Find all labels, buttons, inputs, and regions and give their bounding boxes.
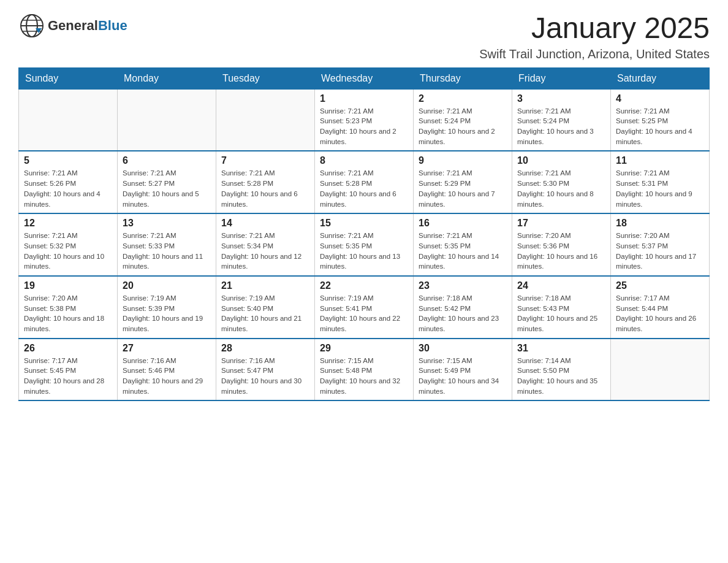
day-number: 25: [616, 280, 704, 291]
calendar-cell: 8Sunrise: 7:21 AMSunset: 5:28 PMDaylight…: [315, 151, 414, 213]
day-number: 4: [616, 93, 704, 104]
calendar-cell: 15Sunrise: 7:21 AMSunset: 5:35 PMDayligh…: [315, 213, 414, 276]
calendar-cell: 10Sunrise: 7:21 AMSunset: 5:30 PMDayligh…: [512, 151, 611, 213]
day-number: 5: [24, 155, 112, 166]
day-number: 3: [517, 93, 605, 104]
weekday-header-monday: Monday: [118, 67, 216, 89]
day-number: 31: [517, 343, 605, 354]
day-number: 13: [123, 218, 211, 229]
calendar-cell: 3Sunrise: 7:21 AMSunset: 5:24 PMDaylight…: [512, 89, 611, 151]
day-number: 16: [419, 218, 507, 229]
day-info: Sunrise: 7:21 AMSunset: 5:24 PMDaylight:…: [517, 106, 605, 147]
day-number: 24: [517, 280, 605, 291]
day-number: 11: [616, 155, 704, 166]
day-number: 29: [320, 343, 408, 354]
weekday-header-tuesday: Tuesday: [216, 67, 315, 89]
month-year-title: January 2025: [479, 12, 710, 45]
calendar-cell: 27Sunrise: 7:16 AMSunset: 5:46 PMDayligh…: [118, 339, 216, 401]
day-info: Sunrise: 7:17 AMSunset: 5:44 PMDaylight:…: [616, 293, 704, 334]
day-info: Sunrise: 7:21 AMSunset: 5:30 PMDaylight:…: [517, 168, 605, 209]
calendar-cell: 22Sunrise: 7:19 AMSunset: 5:41 PMDayligh…: [315, 276, 414, 339]
day-info: Sunrise: 7:21 AMSunset: 5:33 PMDaylight:…: [123, 231, 211, 272]
day-number: 26: [24, 343, 112, 354]
calendar-cell: 12Sunrise: 7:21 AMSunset: 5:32 PMDayligh…: [19, 213, 118, 276]
logo-icon: [18, 12, 45, 39]
day-info: Sunrise: 7:15 AMSunset: 5:48 PMDaylight:…: [320, 356, 408, 397]
day-info: Sunrise: 7:20 AMSunset: 5:38 PMDaylight:…: [24, 293, 112, 334]
day-info: Sunrise: 7:21 AMSunset: 5:35 PMDaylight:…: [419, 231, 507, 272]
day-info: Sunrise: 7:17 AMSunset: 5:45 PMDaylight:…: [24, 356, 112, 397]
day-info: Sunrise: 7:20 AMSunset: 5:36 PMDaylight:…: [517, 231, 605, 272]
day-number: 28: [221, 343, 309, 354]
page-header: GeneralBlue January 2025 Swift Trail Jun…: [18, 12, 710, 61]
day-info: Sunrise: 7:21 AMSunset: 5:34 PMDaylight:…: [221, 231, 309, 272]
calendar-cell: 19Sunrise: 7:20 AMSunset: 5:38 PMDayligh…: [19, 276, 118, 339]
calendar-cell: 9Sunrise: 7:21 AMSunset: 5:29 PMDaylight…: [414, 151, 512, 213]
day-number: 8: [320, 155, 408, 166]
calendar-cell: 13Sunrise: 7:21 AMSunset: 5:33 PMDayligh…: [118, 213, 216, 276]
day-info: Sunrise: 7:21 AMSunset: 5:31 PMDaylight:…: [616, 168, 704, 209]
day-info: Sunrise: 7:21 AMSunset: 5:28 PMDaylight:…: [221, 168, 309, 209]
calendar-cell: 4Sunrise: 7:21 AMSunset: 5:25 PMDaylight…: [611, 89, 710, 151]
weekday-header-row: SundayMondayTuesdayWednesdayThursdayFrid…: [19, 67, 710, 89]
calendar-cell: 21Sunrise: 7:19 AMSunset: 5:40 PMDayligh…: [216, 276, 315, 339]
day-number: 1: [320, 93, 408, 104]
calendar-cell: 11Sunrise: 7:21 AMSunset: 5:31 PMDayligh…: [611, 151, 710, 213]
day-number: 22: [320, 280, 408, 291]
day-info: Sunrise: 7:19 AMSunset: 5:41 PMDaylight:…: [320, 293, 408, 334]
calendar-cell: 14Sunrise: 7:21 AMSunset: 5:34 PMDayligh…: [216, 213, 315, 276]
title-block: January 2025 Swift Trail Junction, Arizo…: [479, 12, 710, 61]
day-number: 30: [419, 343, 507, 354]
day-info: Sunrise: 7:21 AMSunset: 5:25 PMDaylight:…: [616, 106, 704, 147]
calendar-cell: 29Sunrise: 7:15 AMSunset: 5:48 PMDayligh…: [315, 339, 414, 401]
day-number: 6: [123, 155, 211, 166]
day-info: Sunrise: 7:18 AMSunset: 5:43 PMDaylight:…: [517, 293, 605, 334]
day-number: 18: [616, 218, 704, 229]
location-subtitle: Swift Trail Junction, Arizona, United St…: [479, 47, 710, 61]
calendar-cell: 31Sunrise: 7:14 AMSunset: 5:50 PMDayligh…: [512, 339, 611, 401]
calendar-cell: 30Sunrise: 7:15 AMSunset: 5:49 PMDayligh…: [414, 339, 512, 401]
calendar-week-row: 5Sunrise: 7:21 AMSunset: 5:26 PMDaylight…: [19, 151, 710, 213]
logo-blue-text: Blue: [98, 18, 127, 33]
day-info: Sunrise: 7:21 AMSunset: 5:28 PMDaylight:…: [320, 168, 408, 209]
calendar-cell: 7Sunrise: 7:21 AMSunset: 5:28 PMDaylight…: [216, 151, 315, 213]
day-number: 14: [221, 218, 309, 229]
calendar-cell: 28Sunrise: 7:16 AMSunset: 5:47 PMDayligh…: [216, 339, 315, 401]
weekday-header-saturday: Saturday: [611, 67, 710, 89]
calendar-cell: 2Sunrise: 7:21 AMSunset: 5:24 PMDaylight…: [414, 89, 512, 151]
day-info: Sunrise: 7:21 AMSunset: 5:23 PMDaylight:…: [320, 106, 408, 147]
calendar-week-row: 26Sunrise: 7:17 AMSunset: 5:45 PMDayligh…: [19, 339, 710, 401]
day-info: Sunrise: 7:19 AMSunset: 5:39 PMDaylight:…: [123, 293, 211, 334]
day-info: Sunrise: 7:21 AMSunset: 5:32 PMDaylight:…: [24, 231, 112, 272]
day-info: Sunrise: 7:19 AMSunset: 5:40 PMDaylight:…: [221, 293, 309, 334]
weekday-header-wednesday: Wednesday: [315, 67, 414, 89]
day-info: Sunrise: 7:21 AMSunset: 5:29 PMDaylight:…: [419, 168, 507, 209]
calendar-cell: 26Sunrise: 7:17 AMSunset: 5:45 PMDayligh…: [19, 339, 118, 401]
day-info: Sunrise: 7:21 AMSunset: 5:35 PMDaylight:…: [320, 231, 408, 272]
day-info: Sunrise: 7:15 AMSunset: 5:49 PMDaylight:…: [419, 356, 507, 397]
calendar-cell: [611, 339, 710, 401]
day-info: Sunrise: 7:21 AMSunset: 5:24 PMDaylight:…: [419, 106, 507, 147]
day-number: 15: [320, 218, 408, 229]
day-info: Sunrise: 7:18 AMSunset: 5:42 PMDaylight:…: [419, 293, 507, 334]
calendar-week-row: 1Sunrise: 7:21 AMSunset: 5:23 PMDaylight…: [19, 89, 710, 151]
day-number: 23: [419, 280, 507, 291]
calendar-table: SundayMondayTuesdayWednesdayThursdayFrid…: [18, 67, 710, 401]
calendar-week-row: 19Sunrise: 7:20 AMSunset: 5:38 PMDayligh…: [19, 276, 710, 339]
day-info: Sunrise: 7:21 AMSunset: 5:26 PMDaylight:…: [24, 168, 112, 209]
day-info: Sunrise: 7:20 AMSunset: 5:37 PMDaylight:…: [616, 231, 704, 272]
day-number: 20: [123, 280, 211, 291]
day-info: Sunrise: 7:21 AMSunset: 5:27 PMDaylight:…: [123, 168, 211, 209]
day-number: 7: [221, 155, 309, 166]
weekday-header-friday: Friday: [512, 67, 611, 89]
calendar-cell: [216, 89, 315, 151]
calendar-cell: 23Sunrise: 7:18 AMSunset: 5:42 PMDayligh…: [414, 276, 512, 339]
day-number: 9: [419, 155, 507, 166]
day-number: 21: [221, 280, 309, 291]
calendar-cell: 5Sunrise: 7:21 AMSunset: 5:26 PMDaylight…: [19, 151, 118, 213]
day-info: Sunrise: 7:14 AMSunset: 5:50 PMDaylight:…: [517, 356, 605, 397]
calendar-cell: 17Sunrise: 7:20 AMSunset: 5:36 PMDayligh…: [512, 213, 611, 276]
calendar-cell: 25Sunrise: 7:17 AMSunset: 5:44 PMDayligh…: [611, 276, 710, 339]
day-number: 12: [24, 218, 112, 229]
day-number: 2: [419, 93, 507, 104]
